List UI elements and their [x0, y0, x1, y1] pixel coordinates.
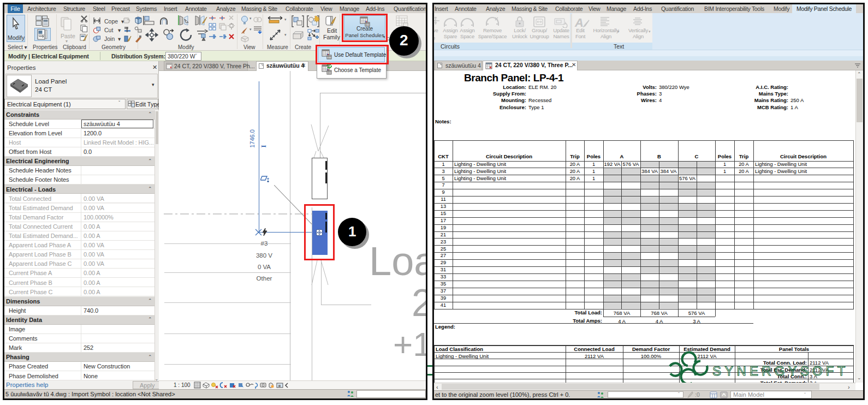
svg-text:SYNERGYSOFT: SYNERGYSOFT: [712, 364, 849, 378]
